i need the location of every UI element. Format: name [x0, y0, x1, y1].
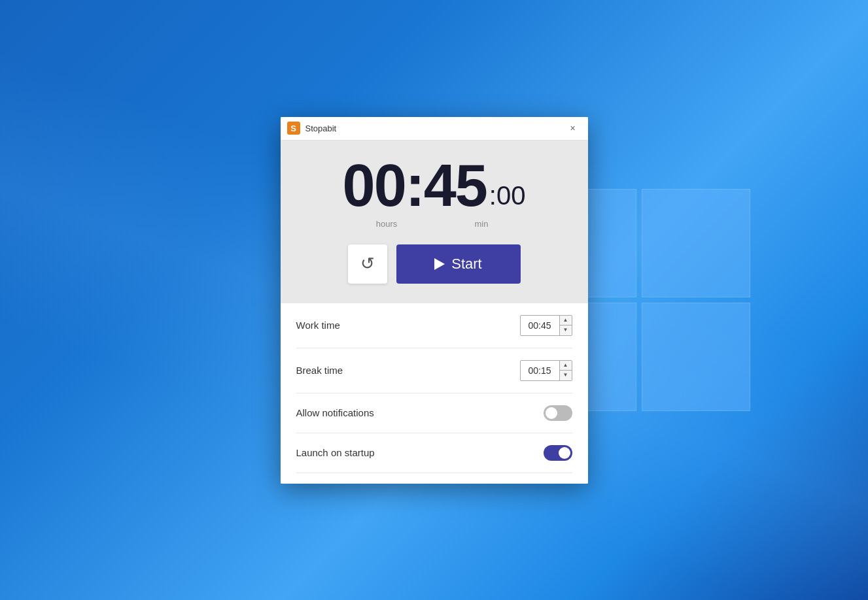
- label-min: min: [434, 219, 529, 229]
- reset-icon: ↺: [360, 254, 375, 274]
- work-time-value: 00:45: [521, 316, 560, 335]
- win-logo-pane: [642, 189, 750, 297]
- break-time-label: Break time: [296, 365, 343, 376]
- close-button[interactable]: ×: [558, 117, 588, 141]
- break-time-up[interactable]: ▲: [560, 361, 572, 371]
- reset-button[interactable]: ↺: [348, 244, 387, 284]
- work-time-up[interactable]: ▲: [560, 316, 572, 326]
- app-icon-letter: S: [290, 124, 296, 133]
- work-time-arrows: ▲ ▼: [560, 316, 572, 335]
- play-icon: [434, 258, 445, 270]
- notifications-label: Allow notifications: [296, 407, 374, 418]
- app-icon: S: [287, 122, 300, 135]
- win-logo-pane: [642, 303, 750, 411]
- work-time-down[interactable]: ▼: [560, 325, 572, 335]
- work-time-label: Work time: [296, 320, 340, 331]
- startup-label: Launch on startup: [296, 447, 375, 458]
- timer-hours-minutes: 00:45: [343, 156, 487, 215]
- label-hours: hours: [339, 219, 434, 229]
- work-time-spinbox[interactable]: 00:45 ▲ ▼: [520, 315, 572, 336]
- timer-labels: hours min: [294, 219, 575, 229]
- start-button[interactable]: Start: [396, 244, 521, 284]
- notifications-toggle[interactable]: [544, 405, 572, 421]
- bottom-padding: [296, 473, 572, 484]
- window-title: Stopabit: [305, 124, 337, 133]
- break-time-value: 00:15: [521, 361, 560, 380]
- timer-minutes: 45: [424, 153, 487, 218]
- timer-display: 00:45 :00: [343, 156, 526, 215]
- startup-row: Launch on startup: [296, 433, 572, 473]
- notifications-toggle-thumb: [546, 407, 557, 419]
- timer-controls: ↺ Start: [348, 244, 521, 284]
- notifications-row: Allow notifications: [296, 393, 572, 433]
- break-time-spinbox[interactable]: 00:15 ▲ ▼: [520, 360, 572, 381]
- title-bar-left: S Stopabit: [287, 122, 337, 135]
- timer-hours: 00: [343, 153, 406, 218]
- work-time-row: Work time 00:45 ▲ ▼: [296, 303, 572, 348]
- startup-toggle[interactable]: [544, 445, 572, 461]
- title-bar: S Stopabit ×: [281, 117, 588, 141]
- settings-section: Work time 00:45 ▲ ▼ Break time 00:15 ▲ ▼: [281, 303, 588, 484]
- break-time-arrows: ▲ ▼: [560, 361, 572, 380]
- timer-seconds: :00: [489, 182, 526, 208]
- start-label: Start: [451, 256, 481, 273]
- app-window: S Stopabit × 00:45 :00 hours min ↺ Start: [281, 117, 588, 484]
- close-icon: ×: [570, 123, 575, 133]
- break-time-down[interactable]: ▼: [560, 371, 572, 380]
- startup-toggle-thumb: [559, 447, 570, 459]
- timer-section: 00:45 :00 hours min ↺ Start: [281, 141, 588, 303]
- break-time-row: Break time 00:15 ▲ ▼: [296, 348, 572, 393]
